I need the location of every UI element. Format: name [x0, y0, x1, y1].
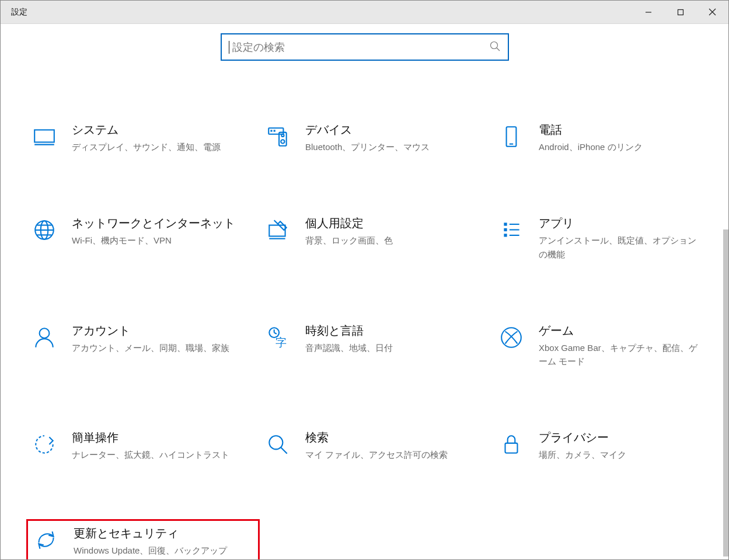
svg-point-13: [281, 140, 284, 143]
tile-desc: 音声認識、地域、日付: [305, 341, 393, 354]
titlebar: 設定: [1, 1, 728, 24]
content-area: 設定の検索 システム ディスプレイ、サウンド、通知、電源: [1, 24, 728, 559]
search-icon: [489, 40, 501, 54]
tile-title: デバイス: [305, 122, 430, 138]
tile-devices[interactable]: デバイス Bluetooth、プリンター、マウス: [260, 117, 493, 158]
tile-desc: アカウント、メール、同期、職場、家族: [72, 341, 229, 354]
tile-update-security[interactable]: 更新とセキュリティ Windows Update、回復、バックアップ: [26, 519, 260, 561]
tile-desc: ナレーター、拡大鏡、ハイコントラスト: [72, 448, 229, 461]
svg-point-4: [490, 41, 497, 48]
tile-phone[interactable]: 電話 Android、iPhone のリンク: [493, 117, 727, 158]
devices-icon: [263, 122, 292, 151]
tile-title: ゲーム: [539, 323, 702, 339]
apps-icon: [497, 215, 526, 245]
tile-desc: マイ ファイル、アクセス許可の検索: [305, 448, 448, 461]
magnifier-icon: [263, 430, 292, 459]
search-container: 設定の検索: [1, 24, 728, 61]
tile-personalization[interactable]: 個人用設定 背景、ロック画面、色: [260, 211, 493, 266]
update-icon: [32, 526, 61, 555]
tile-title: 個人用設定: [305, 215, 393, 231]
tile-desc: Xbox Game Bar、キャプチャ、配信、ゲーム モード: [539, 341, 702, 368]
phone-icon: [497, 122, 526, 151]
xbox-icon: [497, 323, 526, 352]
tile-gaming[interactable]: ゲーム Xbox Game Bar、キャプチャ、配信、ゲーム モード: [493, 318, 727, 373]
tile-desc: 場所、カメラ、マイク: [539, 448, 626, 461]
svg-rect-9: [270, 130, 272, 131]
lock-icon: [497, 430, 526, 459]
tile-time-language[interactable]: 字 時刻と言語 音声認識、地域、日付: [260, 318, 493, 373]
svg-rect-24: [504, 223, 507, 226]
tile-title: 電話: [539, 122, 643, 138]
personalization-icon: [263, 215, 292, 245]
svg-line-33: [274, 332, 277, 333]
window-controls: [632, 1, 728, 23]
search-input[interactable]: 設定の検索: [221, 33, 509, 61]
svg-line-5: [497, 48, 500, 51]
tile-title: 更新とセキュリティ: [74, 526, 227, 541]
account-icon: [30, 323, 59, 352]
svg-rect-10: [274, 130, 275, 131]
globe-icon: [30, 215, 59, 245]
tile-title: 簡単操作: [72, 430, 229, 446]
tile-desc: アンインストール、既定値、オプションの機能: [539, 234, 702, 261]
tile-title: 検索: [305, 430, 448, 446]
minimize-button[interactable]: [632, 1, 664, 23]
svg-rect-38: [505, 443, 518, 453]
svg-point-12: [281, 134, 284, 137]
tile-title: 時刻と言語: [305, 323, 393, 339]
svg-point-35: [501, 328, 521, 347]
tile-title: ネットワークとインターネット: [72, 215, 235, 231]
maximize-button[interactable]: [664, 1, 696, 23]
vertical-scrollbar[interactable]: [723, 229, 728, 556]
tile-search[interactable]: 検索 マイ ファイル、アクセス許可の検索: [260, 425, 493, 466]
tile-system[interactable]: システム ディスプレイ、サウンド、通知、電源: [26, 117, 260, 158]
svg-line-23: [274, 220, 278, 224]
tile-accounts[interactable]: アカウント アカウント、メール、同期、職場、家族: [26, 318, 260, 373]
tile-desc: ディスプレイ、サウンド、通知、電源: [72, 140, 221, 154]
tile-desc: Windows Update、回復、バックアップ: [74, 544, 227, 557]
svg-rect-21: [269, 225, 285, 236]
tile-privacy[interactable]: プライバシー 場所、カメラ、マイク: [493, 425, 727, 466]
svg-text:字: 字: [275, 336, 287, 348]
settings-grid: システム ディスプレイ、サウンド、通知、電源 デバイス Bluetooth、プリ…: [26, 117, 703, 560]
tile-desc: Wi-Fi、機内モード、VPN: [72, 234, 235, 247]
ease-of-access-icon: [30, 430, 59, 459]
tile-title: システム: [72, 122, 221, 138]
tile-ease-of-access[interactable]: 簡単操作 ナレーター、拡大鏡、ハイコントラスト: [26, 425, 260, 466]
svg-rect-25: [504, 228, 507, 231]
tile-title: アプリ: [539, 215, 702, 231]
search-placeholder: 設定の検索: [232, 40, 489, 54]
window-title: 設定: [11, 7, 27, 18]
tile-desc: Bluetooth、プリンター、マウス: [305, 140, 430, 154]
system-icon: [30, 122, 59, 151]
svg-rect-6: [34, 130, 54, 142]
svg-rect-1: [678, 9, 683, 15]
time-language-icon: 字: [263, 323, 292, 352]
text-cursor: [229, 41, 229, 54]
svg-line-37: [281, 448, 287, 454]
close-button[interactable]: [696, 1, 728, 23]
tile-desc: Android、iPhone のリンク: [539, 140, 643, 154]
tile-network[interactable]: ネットワークとインターネット Wi-Fi、機内モード、VPN: [26, 211, 260, 266]
svg-point-36: [269, 436, 282, 450]
svg-point-30: [40, 328, 50, 338]
tile-title: プライバシー: [539, 430, 626, 446]
svg-rect-26: [504, 234, 507, 237]
tile-title: アカウント: [72, 323, 229, 339]
tile-desc: 背景、ロック画面、色: [305, 234, 393, 247]
tile-apps[interactable]: アプリ アンインストール、既定値、オプションの機能: [493, 211, 727, 266]
